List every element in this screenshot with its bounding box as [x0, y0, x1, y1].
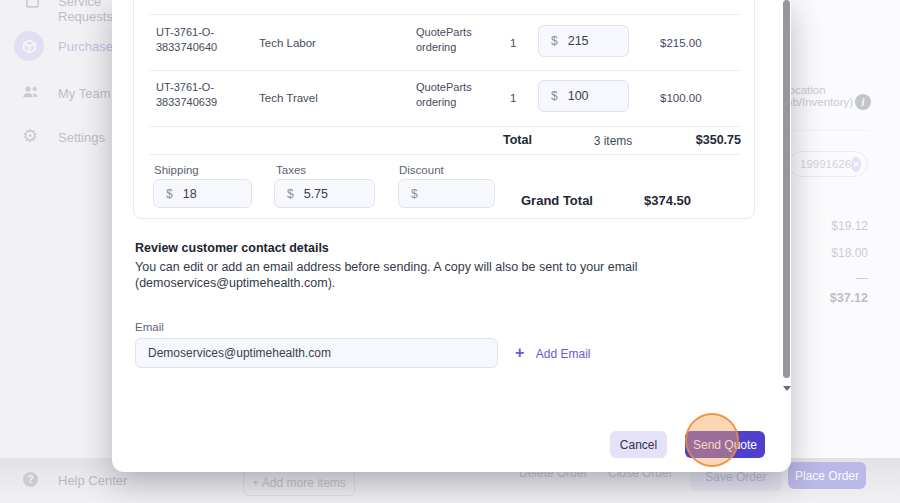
shipping-value: 18	[183, 187, 197, 201]
place-order-button[interactable]: Place Order	[788, 462, 866, 489]
item-qty: 1	[510, 36, 516, 52]
background-shipping-value: $18.00	[788, 246, 868, 260]
package-icon	[14, 31, 44, 61]
grand-total-amount: $374.50	[644, 192, 691, 210]
clipboard-icon	[24, 0, 41, 13]
item-name: Tech Labor	[259, 36, 316, 52]
currency-prefix: $	[287, 187, 294, 201]
send-quote-label: Send Quote	[693, 438, 757, 452]
grand-total-label: Grand Total	[521, 192, 593, 210]
item-amount: $100.00	[660, 91, 702, 107]
item-name: Tech Travel	[259, 91, 318, 107]
email-value: Demoservices@uptimehealth.com	[148, 346, 331, 360]
email-input[interactable]: Demoservices@uptimehealth.com	[135, 338, 498, 368]
send-quote-button[interactable]: Send Quote	[685, 431, 765, 458]
sidebar-item-label: Settings	[58, 130, 105, 145]
save-order-label: Save Order	[705, 470, 766, 484]
sidebar-item-label: Purchases	[58, 39, 119, 54]
item-amount: $215.00	[660, 36, 702, 52]
add-email-label: Add Email	[536, 347, 591, 361]
sidebar-item-purchases[interactable]: Purchases	[0, 30, 112, 62]
scrollbar-down-arrow[interactable]	[783, 386, 791, 391]
currency-prefix: $	[166, 187, 173, 201]
close-icon[interactable]: ×	[851, 157, 861, 172]
quote-items-card: UT-3761-O-3833740640 Tech Labor QuotePar…	[133, 0, 755, 219]
email-label: Email	[135, 321, 164, 333]
taxes-input[interactable]: $ 5.75	[274, 179, 375, 208]
row-divider	[149, 126, 741, 127]
info-icon: i	[855, 94, 871, 110]
contact-section-body-line2: (demoservices@uptimehealth.com).	[135, 275, 335, 291]
taxes-label: Taxes	[276, 164, 306, 176]
sidebar-item-service-requests[interactable]: Service Requests	[0, 0, 112, 20]
price-value: 100	[568, 89, 589, 103]
currency-prefix: $	[411, 187, 418, 201]
add-more-items-button[interactable]: + Add more items	[243, 470, 355, 496]
row-divider	[149, 70, 741, 71]
background-dash-value: —	[788, 271, 868, 285]
total-label: Total	[503, 132, 532, 149]
shipping-label: Shipping	[154, 164, 199, 176]
row-divider	[149, 14, 741, 15]
contact-section-heading: Review customer contact details	[135, 241, 329, 255]
plus-icon: +	[515, 344, 524, 361]
scrollbar-thumb[interactable]	[783, 0, 790, 378]
item-qty: 1	[510, 91, 516, 107]
sidebar-item-my-team[interactable]: My Team	[0, 80, 112, 108]
discount-input[interactable]: $	[398, 179, 495, 208]
add-more-items-label: + Add more items	[252, 476, 346, 490]
sidebar-item-settings[interactable]: ⚙ Settings	[0, 124, 112, 152]
item-source: QuoteParts ordering	[416, 80, 480, 110]
people-icon	[22, 84, 40, 104]
help-center-label: Help Center	[58, 473, 127, 488]
row-divider	[149, 154, 741, 155]
background-total-value: $37.12	[788, 291, 868, 305]
cancel-button[interactable]: Cancel	[610, 431, 667, 458]
currency-prefix: $	[551, 89, 558, 103]
total-items-count: 3 items	[583, 133, 643, 149]
add-email-button[interactable]: + Add Email	[515, 344, 591, 362]
background-subtotal-value: $19.12	[788, 219, 868, 233]
app-screen: Service Requests Purchases My Team ⚙ Set…	[0, 0, 900, 503]
total-amount: $350.75	[653, 132, 741, 149]
price-input[interactable]: $ 100	[538, 80, 629, 112]
background-divider	[788, 130, 870, 131]
item-source: QuoteParts ordering	[416, 25, 480, 55]
gear-icon: ⚙	[22, 125, 38, 147]
sidebar-item-label: My Team	[58, 86, 111, 101]
send-quote-modal: UT-3761-O-3833740640 Tech Labor QuotePar…	[112, 0, 791, 472]
help-center-link[interactable]: ? Help Center	[0, 470, 150, 494]
background-location-label: location ob/Inventory)	[786, 84, 896, 116]
price-value: 215	[568, 34, 589, 48]
place-order-label: Place Order	[795, 469, 859, 483]
chip-label: 19991626	[800, 158, 851, 170]
price-input[interactable]: $ 215	[538, 25, 629, 57]
background-tag-chip[interactable]: 19991626 ×	[788, 151, 868, 177]
item-id: UT-3761-O-3833740639	[156, 80, 238, 110]
sidebar-item-label: Service Requests	[58, 0, 113, 24]
discount-label: Discount	[399, 164, 444, 176]
currency-prefix: $	[551, 34, 558, 48]
cancel-label: Cancel	[620, 438, 657, 452]
contact-section-body-line1: You can edit or add an email address bef…	[135, 259, 638, 275]
help-icon: ?	[23, 472, 38, 487]
shipping-input[interactable]: $ 18	[153, 179, 252, 208]
item-id: UT-3761-O-3833740640	[156, 25, 238, 55]
taxes-value: 5.75	[304, 187, 328, 201]
